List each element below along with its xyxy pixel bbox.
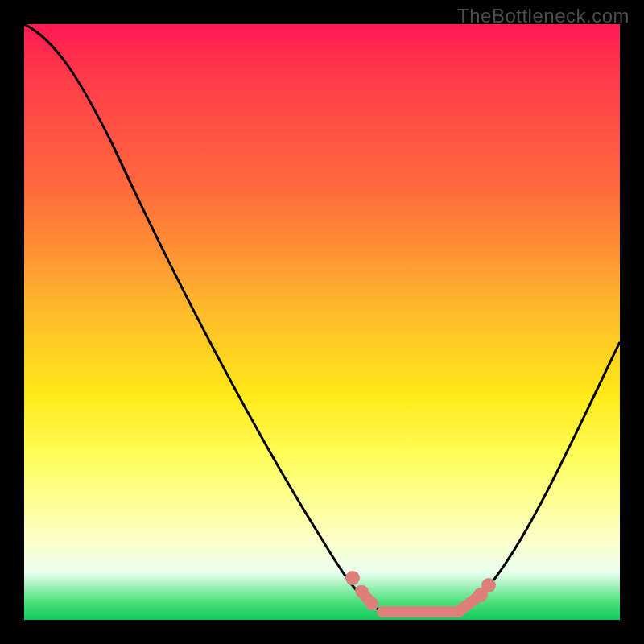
- highlight-dot: [365, 597, 378, 610]
- chart-plot-area: [24, 24, 620, 620]
- highlight-dot: [345, 571, 360, 585]
- bottleneck-curve: [24, 24, 620, 612]
- highlight-dot: [481, 578, 496, 592]
- chart-svg: [24, 24, 620, 620]
